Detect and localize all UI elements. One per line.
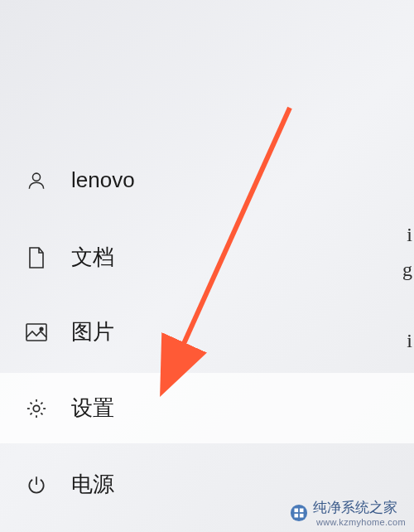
pictures-label: 图片 <box>71 317 114 346</box>
svg-point-0 <box>32 173 40 181</box>
edge-char-2: g <box>402 259 412 281</box>
svg-rect-1 <box>26 324 46 341</box>
user-label: lenovo <box>71 167 135 193</box>
watermark-logo-icon <box>290 504 308 522</box>
svg-point-6 <box>291 504 307 520</box>
svg-point-3 <box>33 405 39 411</box>
start-menu-left-rail: lenovo 文档 图片 设置 <box>0 0 414 532</box>
user-account-button[interactable]: lenovo <box>0 145 414 215</box>
user-icon <box>23 167 50 194</box>
edge-char-3: i <box>407 330 412 352</box>
watermark-url: www.kzmyhome.com <box>316 517 406 527</box>
documents-button[interactable]: 文档 <box>0 222 414 293</box>
watermark: 纯净系统之家 www.kzmyhome.com <box>290 498 406 527</box>
documents-label: 文档 <box>71 243 114 272</box>
svg-rect-7 <box>294 508 298 512</box>
gear-icon <box>23 395 50 422</box>
settings-label: 设置 <box>71 394 114 423</box>
picture-icon <box>23 319 50 346</box>
watermark-text: 纯净系统之家 <box>313 498 406 517</box>
edge-char-1: i <box>407 224 412 246</box>
document-icon <box>23 244 50 271</box>
svg-rect-10 <box>300 513 304 517</box>
power-icon <box>23 472 50 498</box>
svg-point-2 <box>40 327 43 331</box>
settings-button[interactable]: 设置 <box>0 373 414 443</box>
pictures-button[interactable]: 图片 <box>0 297 414 367</box>
power-label: 电源 <box>71 470 114 499</box>
svg-rect-9 <box>294 513 298 517</box>
svg-rect-8 <box>300 508 304 512</box>
